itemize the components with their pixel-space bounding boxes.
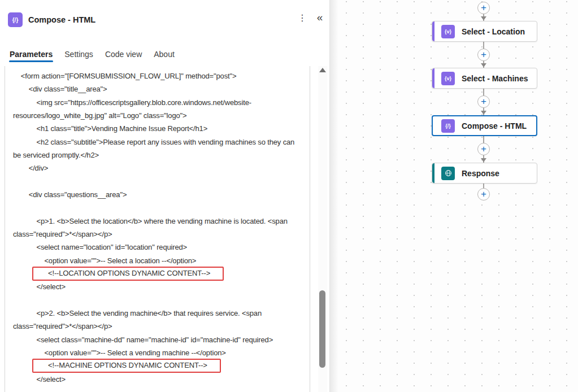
compose-icon: {/} [441, 119, 455, 133]
code-line: class="required">*</span></p> [13, 320, 310, 333]
code-line: <p>2. <b>Select the vending machine</b> … [13, 307, 310, 320]
code-line: <select name="location" id="location" re… [13, 241, 310, 254]
code-line: be serviced promptly.</h2> [13, 149, 310, 162]
panel-title: Compose - HTML [28, 15, 95, 24]
tab-code-view[interactable]: Code view [105, 49, 142, 60]
code-line: <option value="">-- Select a location --… [13, 254, 310, 267]
code-line: resources/logo_white_bg.jpg" alt="Logo" … [13, 109, 310, 122]
code-line: <select class="machine-dd" name="machine… [13, 333, 310, 346]
code-line: <h1 class="title">Vending Machine Issue … [13, 122, 310, 135]
scrollbar-thumb[interactable] [319, 290, 325, 368]
flow-canvas[interactable]: +++++{v}Select - Location{v}Select - Mac… [330, 0, 578, 392]
highlighted-code-annotation: <!--MACHINE OPTIONS DYNAMIC CONTENT--> [32, 359, 221, 373]
code-line: <!--LOCATION OPTIONS DYNAMIC CONTENT--> [13, 267, 310, 280]
code-line [13, 294, 310, 307]
node-accent-bar [432, 163, 434, 183]
select-data-operation-icon: {v} [441, 72, 455, 85]
code-line: <!--MACHINE OPTIONS DYNAMIC CONTENT--> [13, 359, 310, 372]
connector-arrow-icon [481, 111, 486, 115]
code-line [13, 201, 310, 214]
more-options-button[interactable]: ⋮ [296, 12, 308, 24]
insert-step-button[interactable]: + [477, 2, 490, 14]
panel-scrollbar[interactable] [318, 66, 327, 392]
code-line [13, 175, 310, 188]
code-line: <option value="">-- Select a vending mac… [13, 346, 310, 359]
node-accent-bar [432, 21, 434, 41]
flow-node-compose-html[interactable]: {/}Compose - HTML [432, 115, 537, 136]
node-label: Select - Machines [462, 74, 528, 83]
code-line: </div> [13, 162, 310, 175]
action-details-panel: {/} Compose - HTML ⋮ « ParametersSetting… [0, 0, 330, 392]
code-editor[interactable]: <form action="[FORMSUBMISSION_FLOW_URL]"… [5, 66, 310, 392]
node-label: Select - Location [462, 27, 525, 36]
code-line: <h2 class="subtitle">Please report any i… [13, 136, 310, 149]
select-data-operation-icon: {v} [441, 25, 455, 38]
code-line: <p>1. <b>Select the location</b> where t… [13, 215, 310, 228]
connector-arrow-icon [481, 63, 486, 67]
node-label: Response [462, 169, 499, 178]
compose-icon: {/} [8, 12, 23, 27]
highlighted-code-annotation: <!--LOCATION OPTIONS DYNAMIC CONTENT--> [32, 267, 224, 281]
scroll-up-arrow-icon[interactable] [319, 68, 326, 72]
node-label: Compose - HTML [462, 121, 527, 130]
collapse-panel-button[interactable]: « [313, 11, 327, 24]
code-line: class="required">*</span></p> [13, 228, 310, 241]
insert-step-button[interactable]: + [477, 95, 490, 108]
insert-step-button[interactable]: + [477, 143, 490, 155]
code-line: <div class="questions__area"> [13, 188, 310, 201]
connector-arrow-icon [481, 158, 486, 162]
flow-node-response[interactable]: Response [432, 163, 537, 184]
response-icon [441, 167, 455, 180]
flow-node-select-machines[interactable]: {v}Select - Machines [432, 68, 537, 89]
code-line: <img src="https://officescriptsgallery.b… [13, 96, 310, 109]
code-line: <div class="title__area"> [13, 82, 310, 95]
code-line: <form action="[FORMSUBMISSION_FLOW_URL]"… [13, 69, 310, 82]
node-accent-bar [432, 68, 434, 88]
tab-about[interactable]: About [154, 49, 175, 60]
tab-parameters[interactable]: Parameters [10, 49, 53, 60]
flow-node-select-location[interactable]: {v}Select - Location [432, 21, 537, 42]
code-line: </select> [13, 373, 310, 386]
connector-arrow-icon [481, 16, 486, 20]
tab-settings[interactable]: Settings [64, 49, 93, 60]
power-automate-designer: {/} Compose - HTML ⋮ « ParametersSetting… [0, 0, 578, 392]
insert-step-button[interactable]: + [477, 188, 490, 201]
tab-list: ParametersSettingsCode viewAbout [10, 49, 175, 60]
insert-step-button[interactable]: + [477, 49, 490, 61]
code-line: </select> [13, 280, 310, 293]
panel-header: {/} Compose - HTML [8, 12, 95, 27]
